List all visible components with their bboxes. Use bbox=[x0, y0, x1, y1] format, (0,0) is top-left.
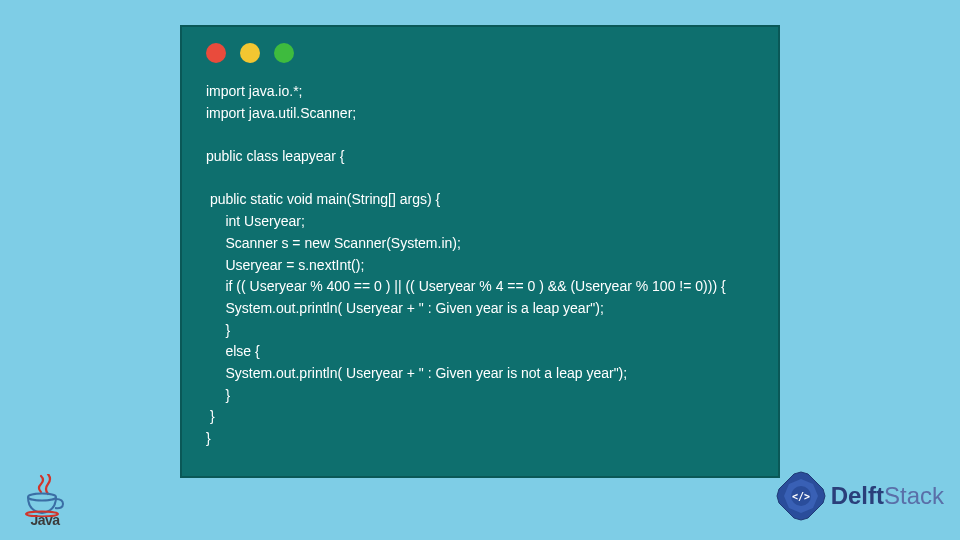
svg-text:</>: </> bbox=[792, 491, 810, 502]
delftstack-word-b: Stack bbox=[884, 482, 944, 509]
delftstack-badge-icon: </> bbox=[775, 470, 827, 522]
java-logo: Java bbox=[20, 476, 70, 528]
delftstack-word-a: Delft bbox=[831, 482, 884, 509]
code-window: import java.io.*; import java.util.Scann… bbox=[180, 25, 780, 478]
minimize-icon[interactable] bbox=[240, 43, 260, 63]
maximize-icon[interactable] bbox=[274, 43, 294, 63]
delftstack-logo: </> DelftStack bbox=[775, 470, 944, 522]
window-titlebar bbox=[182, 27, 778, 75]
close-icon[interactable] bbox=[206, 43, 226, 63]
java-cup-icon bbox=[20, 476, 70, 516]
code-content: import java.io.*; import java.util.Scann… bbox=[182, 75, 778, 456]
svg-point-0 bbox=[28, 494, 56, 501]
delftstack-logo-text: DelftStack bbox=[831, 482, 944, 510]
